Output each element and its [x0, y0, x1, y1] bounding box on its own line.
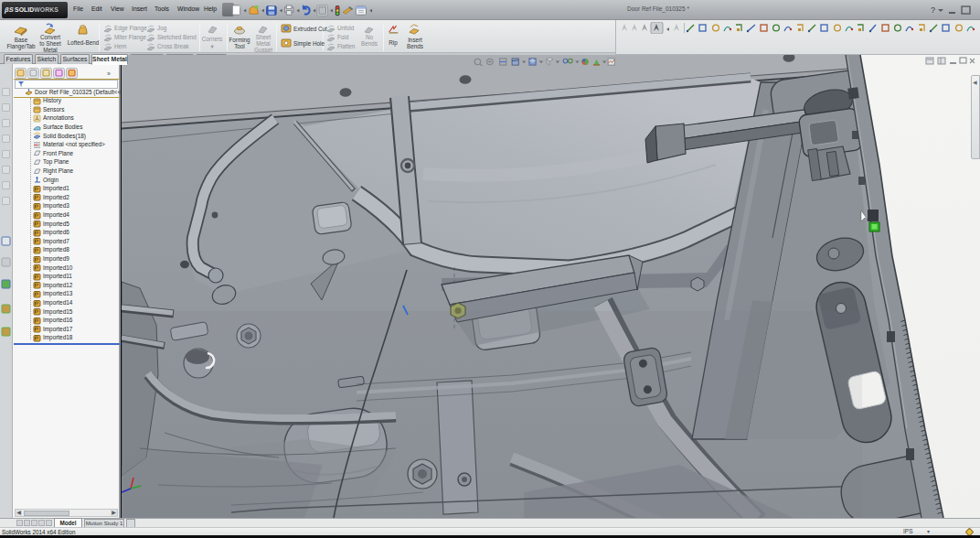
- svg-text:A: A: [35, 115, 39, 122]
- svg-text:?: ?: [931, 5, 935, 15]
